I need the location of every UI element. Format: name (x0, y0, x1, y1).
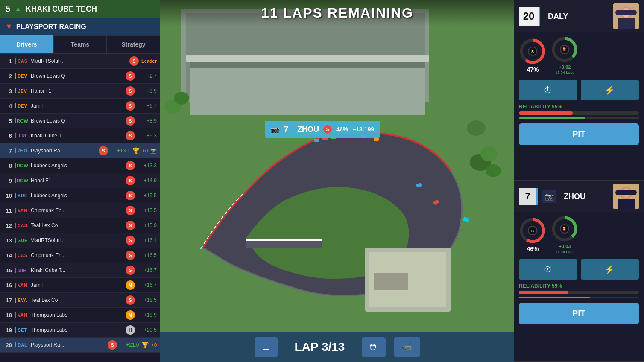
pit-button-daly[interactable]: PIT (519, 123, 639, 145)
tire-circle-zhou: S (519, 217, 547, 245)
svg-rect-15 (463, 217, 470, 222)
svg-point-23 (164, 100, 181, 114)
driver-row[interactable]: 4 DEV Jamil S +6.7 (0, 99, 160, 114)
hud-gap: +13.199 (352, 126, 374, 133)
driver-name: Thompson Labs (31, 312, 123, 318)
svg-rect-5 (186, 55, 429, 62)
team-tag: ROW (15, 118, 28, 123)
driver-row[interactable]: 10 BUE Lubbock Angels S +15.5 (0, 188, 160, 203)
driver-name: Hansi F1 (31, 178, 123, 184)
driver-name: VladRTSoluti... (31, 237, 123, 243)
tire-badge: S (126, 251, 135, 260)
driver-row[interactable]: 13 GUE VladRTSoluti... S +16.1 (0, 233, 160, 248)
camera-button-zhou[interactable]: 📷 (542, 190, 556, 203)
svg-rect-13 (416, 183, 422, 188)
reliability-green-track-zhou (519, 297, 639, 298)
driver-list: 1 CAS VladRTSoluti... S Leader 2 DEV Bro… (0, 54, 160, 362)
playsport-name: PLAYSPORT RACING (16, 23, 86, 31)
driver-name: Jamil (31, 282, 123, 288)
driver-row[interactable]: 17 EVA Teal Lex Co S +18.5 (0, 293, 160, 308)
bolt-button-zhou[interactable]: ⚡ (581, 259, 639, 280)
reliability-bar-daly: RELIABILITY 55% (514, 102, 644, 121)
driver-row[interactable]: 8 ROW Lubbock Angels S +13.3 (0, 158, 160, 173)
svg-point-21 (486, 164, 501, 177)
avatar-zhou (613, 184, 639, 209)
driver-name: Teal Lex Co (31, 222, 123, 228)
svg-text:⛽: ⛽ (562, 47, 567, 51)
tire-pct-zhou: 46% (527, 245, 539, 252)
driver-row[interactable]: 14 CAS Chipmunk En... S +16.5 (0, 248, 160, 263)
tire-badge: S (126, 86, 135, 96)
position-header: 5 ▲ KHAKI CUBE TECH (0, 0, 160, 18)
gap-time: +15.5 (138, 193, 157, 199)
reliability-green-track-daly (519, 117, 639, 119)
driver-name: Chipmunk En... (31, 207, 123, 213)
team-tag: DEV (15, 103, 28, 108)
position-arrow: ▲ (15, 5, 21, 13)
tab-drivers[interactable]: Drivers (0, 35, 53, 53)
reliability-green-fill-daly (519, 117, 585, 119)
pos-num: 4 (3, 103, 12, 109)
driver-row[interactable]: 5 ROW Brown Lewis Q S +8.9 (0, 114, 160, 128)
gap-time: +2.7 (138, 73, 157, 79)
team-tag: GUE (15, 238, 28, 243)
driver-number-daly: 20 (519, 7, 540, 26)
speedometer-button-daly[interactable]: ⏱ (519, 80, 577, 100)
svg-rect-44 (615, 190, 637, 195)
svg-rect-29 (615, 10, 637, 15)
trophy-delta: +0 (142, 148, 148, 153)
zhou-hud-overlay[interactable]: 📷 7 ZHOU S 46% +13.199 (265, 121, 380, 138)
trophy-icon: 🏆 (132, 147, 140, 154)
fuel-delta-zhou: +0.03 (559, 244, 571, 249)
team-tag: VAN (15, 283, 28, 288)
menu-button[interactable]: ☰ (255, 337, 278, 357)
helmet-button[interactable]: ⛑ (362, 337, 386, 357)
driver-row[interactable]: 6 FRI Khaki Cube T... S +9.3 (0, 128, 160, 143)
left-panel: 5 ▲ KHAKI CUBE TECH ▼ PLAYSPORT RACING D… (0, 0, 160, 362)
team-tag: CAS (15, 223, 28, 228)
tab-teams[interactable]: Teams (53, 35, 107, 53)
video-button[interactable]: 📹 (394, 337, 420, 357)
pos-num: 15 (3, 267, 12, 274)
tab-bar: Drivers Teams Strategy (0, 35, 160, 54)
playsport-arrow: ▼ (5, 22, 13, 31)
driver-row[interactable]: 11 VAN Chipmunk En... S +15.5 (0, 203, 160, 218)
bolt-button-daly[interactable]: ⚡ (581, 80, 639, 100)
driver-row[interactable]: 9 ROW Hansi F1 S +14.9 (0, 173, 160, 188)
gap-time: +20.5 (138, 327, 157, 333)
driver-row[interactable]: 2 DEV Brown Lewis Q S +2.7 (0, 69, 160, 84)
driver-row[interactable]: 20 DAL Playsport Ra... S +21.0 🏆 +0 (0, 338, 160, 353)
driver-row[interactable]: 15 BIR Khaki Cube T... S +16.7 (0, 263, 160, 278)
driver-row[interactable]: 19 SET Thompson Labs H +20.5 (0, 323, 160, 338)
driver-row[interactable]: 18 VAN Thompson Labs M +18.9 (0, 308, 160, 323)
tab-strategy[interactable]: Strategy (107, 35, 160, 53)
gap-time: +8.9 (138, 118, 157, 124)
driver-name: Lubbock Angels (31, 163, 123, 169)
action-buttons-daly: ⏱ ⚡ (514, 78, 644, 102)
gap-time: +21.0 (120, 342, 139, 348)
driver-row[interactable]: 16 VAN Jamil M +16.7 (0, 278, 160, 293)
driver-name: Khaki Cube T... (31, 267, 123, 273)
driver-row[interactable]: 7 ZHO Playsport Ra... S +13.1 🏆 +0 📷 (0, 143, 160, 158)
gap-time: +13.1 (111, 148, 130, 154)
driver-number-zhou: 7 (519, 188, 538, 205)
driver-row[interactable]: 12 CAS Teal Lex Co S +15.9 (0, 218, 160, 233)
gap-time: +16.7 (138, 267, 157, 273)
svg-point-24 (174, 92, 189, 105)
svg-rect-42 (618, 199, 635, 209)
team-tag: CAS (15, 58, 28, 64)
svg-rect-3 (190, 64, 425, 115)
pit-button-zhou[interactable]: PIT (519, 303, 639, 324)
driver-card-zhou: 7 📷 ZHOU (514, 181, 644, 362)
driver-name-zhou: ZHOU (564, 192, 609, 201)
driver-row[interactable]: 3 JEV Hansi F1 S +3.9 (0, 84, 160, 99)
svg-point-20 (480, 146, 498, 161)
fuel-gauge-zhou: ⛽ +0.03 11.04 Laps (551, 215, 579, 254)
laps-remaining-text: 11 LAPS REMAINING (261, 5, 413, 20)
tire-gauge-zhou: S 46% (519, 217, 547, 252)
tire-badge: S (126, 206, 135, 215)
tire-badge: S (126, 161, 135, 170)
svg-rect-14 (433, 200, 439, 205)
speedometer-button-zhou[interactable]: ⏱ (519, 259, 577, 280)
driver-row[interactable]: 1 CAS VladRTSoluti... S Leader (0, 54, 160, 69)
